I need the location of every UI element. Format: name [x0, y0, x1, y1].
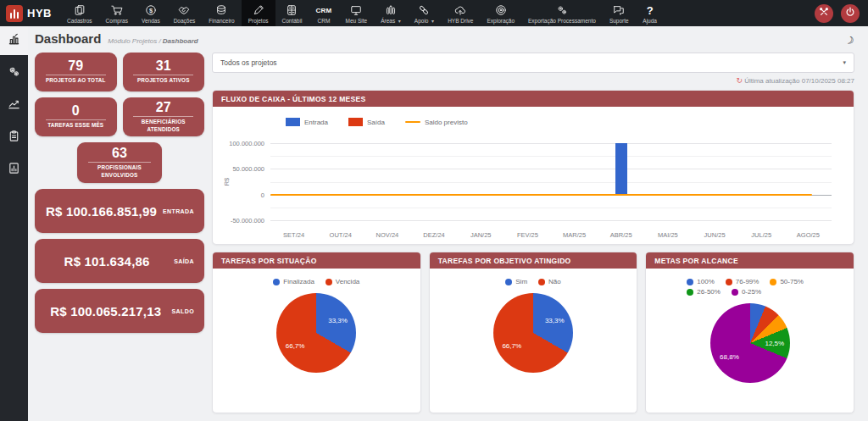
nav-item-label: Áreas ▾	[381, 18, 401, 24]
stat-divider	[46, 75, 106, 75]
stat-divider	[133, 116, 193, 117]
legend-item: Entrada	[286, 118, 328, 126]
bar-entrada-abr-25[interactable]	[615, 143, 627, 195]
sidebar-item-tasks[interactable]	[0, 123, 28, 152]
tools-button[interactable]	[815, 4, 833, 23]
x-tick-label: SET/24	[283, 231, 304, 239]
pie-slice-label: 33,3%	[328, 317, 348, 324]
cart-icon	[111, 4, 123, 17]
sidebar-item-dashboard[interactable]	[0, 26, 28, 55]
y-tick-label: 0	[261, 191, 264, 198]
x-tick-label: DEZ/24	[423, 231, 444, 239]
nav-item-doa-es[interactable]: Doações	[167, 0, 203, 26]
legend-swatch	[348, 118, 363, 126]
clipboard-icon	[8, 130, 20, 146]
legend-dot	[687, 279, 693, 285]
legend-label: 76-99%	[736, 278, 760, 285]
money-card-saldo: R$ 100.065.217,13SALDO	[35, 289, 204, 333]
question-icon: ?	[647, 4, 654, 17]
nav-item-crm[interactable]: CRMCRM	[309, 0, 338, 26]
project-filter-value: Todos os projetos	[220, 58, 843, 67]
pie-slice-label: 33,3%	[545, 317, 565, 324]
power-icon	[845, 7, 855, 19]
logout-button[interactable]	[841, 4, 860, 23]
legend-item: 0-25%	[732, 288, 761, 296]
hyb-logo-icon	[6, 5, 23, 22]
pie-panel-title: TAREFAS POR SITUAÇÃO	[213, 252, 420, 269]
report-icon	[8, 162, 20, 178]
stat-value: 31	[156, 59, 171, 73]
pie-slice-label: 66,7%	[286, 341, 305, 349]
stat-value: 27	[156, 101, 171, 114]
pencil-icon	[253, 4, 264, 17]
sidebar-item-settings[interactable]	[0, 58, 28, 87]
pie-graphic[interactable]: 12,5%68,8%	[710, 303, 790, 383]
pie-panel-title: METAS POR ALCANCE	[646, 252, 854, 269]
nav-item--reas[interactable]: Áreas ▾	[374, 0, 408, 26]
nav-item-vendas[interactable]: $Vendas	[135, 0, 167, 26]
stat-divider	[133, 75, 193, 75]
cloud-upload-icon	[454, 4, 466, 17]
pie-graphic[interactable]: 33,3%66,7%	[276, 293, 356, 373]
nav-item-suporte[interactable]: Suporte	[603, 0, 636, 26]
legend-label: 26-50%	[697, 288, 721, 296]
refresh-icon[interactable]: ↻	[737, 76, 743, 85]
chevron-down-icon: ▾	[843, 59, 846, 66]
money-label: SALDO	[172, 308, 195, 314]
money-value: R$ 100.065.217,13	[40, 304, 172, 319]
x-tick-label: ABR/25	[610, 231, 632, 239]
nav-item-label: Vendas	[142, 18, 160, 24]
nav-item-label: Apoio ▾	[415, 18, 434, 24]
moon-icon[interactable]: ☾	[843, 33, 856, 47]
nav-item-ajuda[interactable]: ?Ajuda	[636, 0, 665, 26]
nav-item-hyb-drive[interactable]: HYB Drive	[441, 0, 480, 26]
x-tick-label: OUT/24	[330, 231, 352, 239]
stat-card: 63PROFISSIONAIS ENVOLVIDOS	[77, 142, 162, 183]
stat-card: 31PROJETOS ATIVOS	[123, 53, 205, 91]
gridline	[270, 156, 832, 157]
crm-icon: CRM	[315, 4, 331, 17]
nav-item-cont-bil[interactable]: Contábil	[275, 0, 309, 26]
top-navbar: HYB CadastrosCompras$VendasDoaçõesFinanc…	[0, 0, 868, 26]
pie-legend: SimNão	[430, 269, 637, 285]
legend-label: Sim	[515, 278, 527, 285]
nav-item-exporta-o-processamento[interactable]: Exportação Processamento	[521, 0, 603, 26]
pie-panel-1: TAREFAS POR SITUAÇÃOFinalizadaVencida33,…	[212, 252, 421, 413]
stat-label: PROJETOS AO TOTAL	[46, 77, 106, 84]
nav-item-apoio[interactable]: Apoio ▾	[408, 0, 441, 26]
legend-item: Saldo previsto	[405, 119, 468, 126]
nav-item-meu-site[interactable]: Meu Site	[339, 0, 375, 26]
pie-panels-row: TAREFAS POR SITUAÇÃOFinalizadaVencida33,…	[212, 252, 854, 413]
project-filter-select[interactable]: Todos os projetos ▾	[212, 53, 854, 73]
stat-cards-grid: 79PROJETOS AO TOTAL31PROJETOS ATIVOS0TAR…	[35, 53, 204, 136]
bar-chart-icon	[8, 33, 20, 49]
gridline: -50.000.000	[270, 220, 832, 221]
gridline: 50.000.000	[270, 169, 832, 169]
sidebar-item-growth[interactable]	[0, 91, 28, 119]
legend-line-swatch	[405, 121, 420, 124]
pie-legend: FinalizadaVencida	[213, 269, 420, 285]
nav-item-explora-o[interactable]: Exploração	[480, 0, 521, 26]
tools-icon	[819, 7, 829, 19]
target-icon	[495, 4, 507, 17]
stat-divider	[46, 119, 106, 120]
hyb-logo[interactable]: HYB	[6, 5, 52, 22]
y-tick-label: 100.000.000	[229, 139, 264, 147]
legend-dot	[770, 279, 776, 285]
legend-dot	[732, 289, 738, 296]
pie-graphic[interactable]: 33,3%66,7%	[493, 293, 573, 373]
nav-item-compras[interactable]: Compras	[99, 0, 135, 26]
x-tick-label: MAR/25	[563, 231, 586, 239]
nav-item-projetos[interactable]: Projetos	[242, 0, 275, 26]
pie-slice-label: 12,5%	[765, 340, 784, 347]
nav-item-label: Exportação Processamento	[528, 18, 596, 24]
x-tick-label: JUL/25	[751, 231, 771, 239]
sidebar-item-reports[interactable]	[0, 155, 28, 184]
nav-item-financeiro[interactable]: Financeiro	[202, 0, 241, 26]
left-sidebar	[0, 26, 28, 421]
legend-item: Sim	[505, 278, 527, 285]
money-card-entrada: R$ 100.166.851,99ENTRADA	[35, 189, 204, 233]
nav-item-cadastros[interactable]: Cadastros	[60, 0, 99, 26]
y-tick-label: 50.000.000	[232, 165, 264, 173]
stat-value: 63	[112, 147, 127, 160]
